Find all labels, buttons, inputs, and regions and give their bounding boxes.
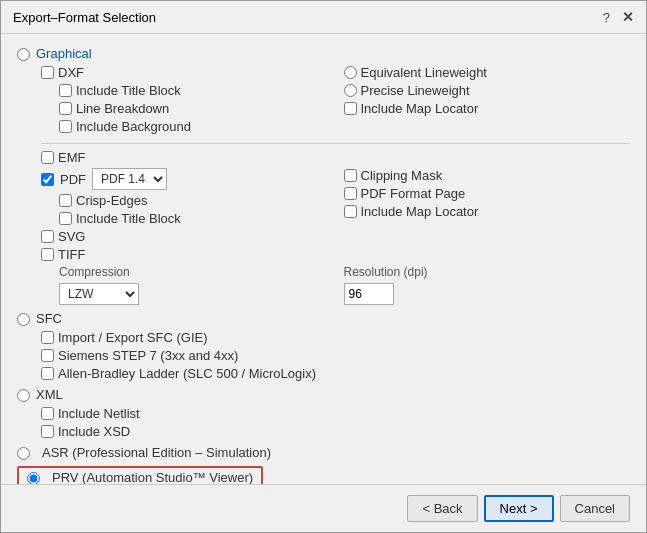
tiff-row: TIFF bbox=[41, 247, 328, 262]
sfc-label: SFC bbox=[36, 311, 62, 326]
svg-row: SVG bbox=[41, 229, 630, 244]
asr-label: ASR (Professional Edition – Simulation) bbox=[42, 445, 271, 460]
precise-lineweight-row: Precise Lineweight bbox=[344, 83, 631, 98]
line-breakdown-checkbox[interactable] bbox=[59, 102, 72, 115]
pdf-format-page-row: PDF Format Page bbox=[344, 186, 631, 201]
asr-radio[interactable] bbox=[17, 447, 30, 460]
resolution-row: Resolution (dpi) bbox=[344, 265, 631, 279]
pdf-include-map-locator-checkbox[interactable] bbox=[344, 205, 357, 218]
emf-row: EMF bbox=[41, 150, 630, 165]
pdf-format-page-label: PDF Format Page bbox=[361, 186, 466, 201]
svg-label: SVG bbox=[58, 229, 85, 244]
tiff-left: TIFF Compression LZW None Deflate bbox=[41, 247, 328, 305]
include-background-label: Include Background bbox=[76, 119, 191, 134]
resolution-input[interactable] bbox=[344, 283, 394, 305]
pdf-left: PDF PDF 1.4 PDF 1.5 PDF 1.6 Crisp-Edges bbox=[41, 168, 328, 229]
include-netlist-checkbox[interactable] bbox=[41, 407, 54, 420]
dxf-section: DXF Include Title Block Line Breakdown bbox=[41, 65, 630, 137]
close-button[interactable]: ✕ bbox=[622, 9, 634, 25]
precise-lineweight-radio[interactable] bbox=[344, 84, 357, 97]
equivalent-lineweight-label: Equivalent Lineweight bbox=[361, 65, 487, 80]
compression-dropdown[interactable]: LZW None Deflate bbox=[59, 283, 139, 305]
xml-radio-row: XML bbox=[17, 387, 630, 402]
pdf-section: PDF PDF 1.4 PDF 1.5 PDF 1.6 Crisp-Edges bbox=[41, 168, 630, 229]
cancel-button[interactable]: Cancel bbox=[560, 495, 630, 522]
sfc-section: SFC Import / Export SFC (GIE) Siemens ST… bbox=[17, 311, 630, 381]
include-background-row: Include Background bbox=[59, 119, 328, 134]
dxf-left: DXF Include Title Block Line Breakdown bbox=[41, 65, 328, 137]
title-bar-controls: ? ✕ bbox=[603, 9, 634, 25]
pdf-include-map-locator-row: Include Map Locator bbox=[344, 204, 631, 219]
tiff-compression-area: Compression LZW None Deflate bbox=[59, 265, 328, 305]
crisp-edges-checkbox[interactable] bbox=[59, 194, 72, 207]
crisp-edges-label: Crisp-Edges bbox=[76, 193, 148, 208]
next-button[interactable]: Next > bbox=[484, 495, 554, 522]
resolution-area: Resolution (dpi) bbox=[344, 265, 631, 305]
xml-content: Include Netlist Include XSD bbox=[41, 406, 630, 439]
sfc-radio-row: SFC bbox=[17, 311, 630, 326]
siemens-step7-row: Siemens STEP 7 (3xx and 4xx) bbox=[41, 348, 630, 363]
include-xsd-row: Include XSD bbox=[41, 424, 630, 439]
title-bar-left: Export–Format Selection bbox=[13, 10, 156, 25]
equivalent-lineweight-row: Equivalent Lineweight bbox=[344, 65, 631, 80]
back-button[interactable]: < Back bbox=[407, 495, 477, 522]
precise-lineweight-label: Precise Lineweight bbox=[361, 83, 470, 98]
dxf-options: Include Title Block Line Breakdown Inclu… bbox=[59, 83, 328, 134]
dxf-row: DXF bbox=[41, 65, 328, 80]
compression-label: Compression bbox=[59, 265, 130, 279]
graphical-label: Graphical bbox=[36, 46, 92, 61]
pdf-format-page-checkbox[interactable] bbox=[344, 187, 357, 200]
help-button[interactable]: ? bbox=[603, 10, 610, 25]
svg-checkbox[interactable] bbox=[41, 230, 54, 243]
include-title-block-label: Include Title Block bbox=[76, 83, 181, 98]
xml-label: XML bbox=[36, 387, 63, 402]
sfc-content: Import / Export SFC (GIE) Siemens STEP 7… bbox=[41, 330, 630, 381]
export-format-dialog: Export–Format Selection ? ✕ Graphical DX… bbox=[0, 0, 647, 533]
dxf-include-map-locator-label: Include Map Locator bbox=[361, 101, 479, 116]
emf-label: EMF bbox=[58, 150, 85, 165]
dialog-footer: < Back Next > Cancel bbox=[1, 484, 646, 532]
pdf-right: Clipping Mask PDF Format Page Include Ma… bbox=[344, 168, 631, 229]
title-bar: Export–Format Selection ? ✕ bbox=[1, 1, 646, 34]
tiff-right: Resolution (dpi) bbox=[344, 247, 631, 305]
pdf-checkbox[interactable] bbox=[41, 173, 54, 186]
pdf-include-title-block-label: Include Title Block bbox=[76, 211, 181, 226]
include-netlist-row: Include Netlist bbox=[41, 406, 630, 421]
prv-radio[interactable] bbox=[27, 472, 40, 484]
pdf-row: PDF PDF 1.4 PDF 1.5 PDF 1.6 bbox=[41, 168, 328, 190]
graphical-radio[interactable] bbox=[17, 48, 30, 61]
include-xsd-checkbox[interactable] bbox=[41, 425, 54, 438]
import-export-sfc-checkbox[interactable] bbox=[41, 331, 54, 344]
pdf-include-title-block-row: Include Title Block bbox=[59, 211, 328, 226]
clipping-mask-checkbox[interactable] bbox=[344, 169, 357, 182]
equivalent-lineweight-radio[interactable] bbox=[344, 66, 357, 79]
siemens-step7-checkbox[interactable] bbox=[41, 349, 54, 362]
pdf-include-map-locator-label: Include Map Locator bbox=[361, 204, 479, 219]
include-title-block-checkbox[interactable] bbox=[59, 84, 72, 97]
pdf-version-dropdown[interactable]: PDF 1.4 PDF 1.5 PDF 1.6 bbox=[92, 168, 167, 190]
allen-bradley-checkbox[interactable] bbox=[41, 367, 54, 380]
xml-section: XML Include Netlist Include XSD bbox=[17, 387, 630, 439]
prv-radio-row: PRV (Automation Studio™ Viewer) bbox=[17, 466, 263, 484]
tiff-checkbox[interactable] bbox=[41, 248, 54, 261]
dialog-content: Graphical DXF Include Title Block bbox=[1, 34, 646, 484]
emf-checkbox[interactable] bbox=[41, 151, 54, 164]
allen-bradley-row: Allen-Bradley Ladder (SLC 500 / MicroLog… bbox=[41, 366, 630, 381]
clipping-mask-row: Clipping Mask bbox=[344, 168, 631, 183]
dxf-checkbox[interactable] bbox=[41, 66, 54, 79]
include-background-checkbox[interactable] bbox=[59, 120, 72, 133]
compression-row: Compression bbox=[59, 265, 328, 279]
line-breakdown-label: Line Breakdown bbox=[76, 101, 169, 116]
asr-section: ASR (Professional Edition – Simulation) bbox=[17, 445, 630, 460]
include-netlist-label: Include Netlist bbox=[58, 406, 140, 421]
dxf-right: Equivalent Lineweight Precise Lineweight… bbox=[344, 65, 631, 137]
sfc-radio[interactable] bbox=[17, 313, 30, 326]
tiff-label: TIFF bbox=[58, 247, 85, 262]
pdf-include-title-block-checkbox[interactable] bbox=[59, 212, 72, 225]
dxf-include-map-locator-checkbox[interactable] bbox=[344, 102, 357, 115]
include-title-block-row: Include Title Block bbox=[59, 83, 328, 98]
prv-section: PRV (Automation Studio™ Viewer) bbox=[17, 466, 630, 484]
include-xsd-label: Include XSD bbox=[58, 424, 130, 439]
xml-radio[interactable] bbox=[17, 389, 30, 402]
resolution-label: Resolution (dpi) bbox=[344, 265, 428, 279]
